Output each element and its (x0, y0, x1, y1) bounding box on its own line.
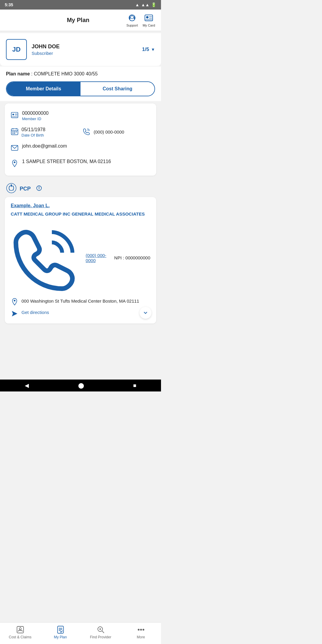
info-icon[interactable] (36, 185, 42, 192)
pcp-address-value: 000 Washington St Tufts Medical Center B… (21, 298, 139, 304)
member-details-card: 0000000000 Member ID (5, 103, 156, 176)
pcp-location-icon (11, 298, 18, 306)
pcp-header: PCP (0, 178, 161, 197)
svg-rect-21 (13, 133, 14, 134)
signal-icon: ▲▲ (141, 2, 149, 7)
pcp-card: Example, Joan L. CATT MEDICAL GROUP INC … (5, 197, 156, 323)
location-icon (11, 160, 18, 168)
phone-icon (83, 128, 91, 137)
svg-point-5 (146, 16, 148, 18)
member-card: JD JOHN DOE Subscriber 1/5 ▼ (0, 33, 161, 66)
pcp-npi: NPI : 0000000000 (108, 255, 150, 260)
email-row: john.doe@gmail.com (11, 143, 150, 153)
svg-marker-32 (12, 311, 18, 317)
plan-name-value: COMPLETE HMO 3000 40/55 (34, 71, 97, 76)
address-value: 1 SAMPLE STREET BOSTON, MA 02116 (22, 159, 150, 164)
support-button[interactable]: Support (126, 13, 138, 27)
svg-point-1 (129, 17, 131, 19)
member-id-label: Member ID (22, 117, 150, 121)
battery-icon: 🔋 (151, 2, 156, 7)
email-icon (11, 144, 18, 153)
member-counter-value: 1/5 (142, 47, 149, 52)
pcp-phone-npi-row: (000) 000-0000 NPI : 0000000000 (11, 222, 150, 294)
member-details: JOHN DOE Subscriber (32, 44, 60, 56)
header-actions: Support My Card (126, 13, 155, 27)
plan-name-bar: Plan name : COMPLETE HMO 3000 40/55 (0, 66, 161, 81)
plan-name-separator: : (30, 71, 34, 76)
recents-button[interactable]: ■ (133, 383, 137, 389)
pcp-directions-row: Get directions (11, 310, 150, 318)
phone-value: (000) 000-0000 (94, 129, 124, 134)
mycard-icon (144, 13, 154, 23)
svg-point-24 (14, 162, 16, 163)
dob-phone-row: 05/11/1978 Date Of Birth (000) 000-0000 (11, 127, 150, 137)
address-content: 1 SAMPLE STREET BOSTON, MA 02116 (22, 159, 150, 164)
svg-point-3 (131, 16, 134, 19)
member-info: JD JOHN DOE Subscriber (6, 39, 60, 60)
svg-rect-19 (14, 131, 15, 132)
member-counter[interactable]: 1/5 ▼ (142, 47, 155, 52)
pcp-organization: CATT MEDICAL GROUP INC GENERAL MEDICAL A… (11, 211, 150, 217)
back-button[interactable]: ◀ (25, 382, 29, 389)
svg-rect-18 (13, 131, 14, 132)
pcp-stethoscope-icon (6, 183, 17, 195)
mycard-button[interactable]: My Card (143, 13, 155, 27)
home-button[interactable]: ⬤ (78, 382, 84, 389)
chevron-down-icon: ▼ (151, 47, 155, 52)
status-time: 5:35 (5, 2, 13, 7)
svg-rect-20 (16, 131, 17, 132)
support-label: Support (126, 24, 138, 27)
dob-block: 05/11/1978 Date Of Birth (11, 127, 78, 137)
header: My Plan Support (0, 10, 161, 31)
dob-content: 05/11/1978 Date Of Birth (21, 127, 78, 137)
plan-name-text: Plan name : COMPLETE HMO 3000 40/55 (6, 71, 98, 76)
pcp-name[interactable]: Example, Joan L. (11, 203, 150, 208)
dob-label: Date Of Birth (21, 133, 78, 137)
wifi-icon: ▲ (135, 2, 139, 7)
pcp-phone-value[interactable]: (000) 000-0000 (86, 253, 108, 263)
member-name: JOHN DOE (32, 44, 60, 50)
tabs-container: Member Details Cost Sharing (0, 81, 161, 101)
chevron-expand-icon (143, 310, 148, 316)
svg-point-31 (14, 300, 16, 302)
status-bar: 5:35 ▲ ▲▲ 🔋 (0, 0, 161, 10)
member-id-row: 0000000000 Member ID (11, 111, 150, 121)
email-content: john.doe@gmail.com (22, 143, 150, 149)
support-icon (127, 13, 137, 23)
directions-icon (11, 310, 18, 318)
calendar-icon (11, 128, 18, 137)
address-row: 1 SAMPLE STREET BOSTON, MA 02116 (11, 159, 150, 168)
svg-point-27 (11, 185, 12, 186)
phone-block: (000) 000-0000 (83, 127, 150, 137)
pcp-phone-icon (11, 222, 83, 294)
svg-point-10 (13, 114, 14, 115)
member-id-value: 0000000000 (22, 111, 150, 116)
tab-cost-sharing[interactable]: Cost Sharing (80, 82, 154, 96)
pcp-phone-block: (000) 000-0000 (11, 222, 108, 294)
tab-member-details[interactable]: Member Details (7, 82, 80, 96)
dob-value: 05/11/1978 (21, 127, 78, 132)
pcp-address-row: 000 Washington St Tufts Medical Center B… (11, 298, 150, 306)
member-id-icon (11, 111, 18, 120)
svg-point-2 (134, 17, 135, 19)
android-nav-bar: ◀ ⬤ ■ (0, 380, 161, 391)
pcp-title: PCP (20, 186, 31, 192)
member-role: Subscriber (32, 51, 60, 56)
svg-rect-4 (145, 15, 153, 21)
mycard-label: My Card (143, 24, 155, 27)
email-value: john.doe@gmail.com (22, 143, 150, 149)
plan-name-label: Plan name (6, 71, 30, 76)
svg-rect-22 (14, 133, 15, 134)
avatar: JD (6, 39, 27, 60)
get-directions-link[interactable]: Get directions (21, 310, 49, 315)
page-title: My Plan (30, 17, 126, 24)
tabs: Member Details Cost Sharing (6, 81, 155, 96)
member-id-content: 0000000000 Member ID (22, 111, 150, 121)
svg-point-30 (39, 187, 39, 188)
status-icons: ▲ ▲▲ 🔋 (135, 2, 156, 7)
